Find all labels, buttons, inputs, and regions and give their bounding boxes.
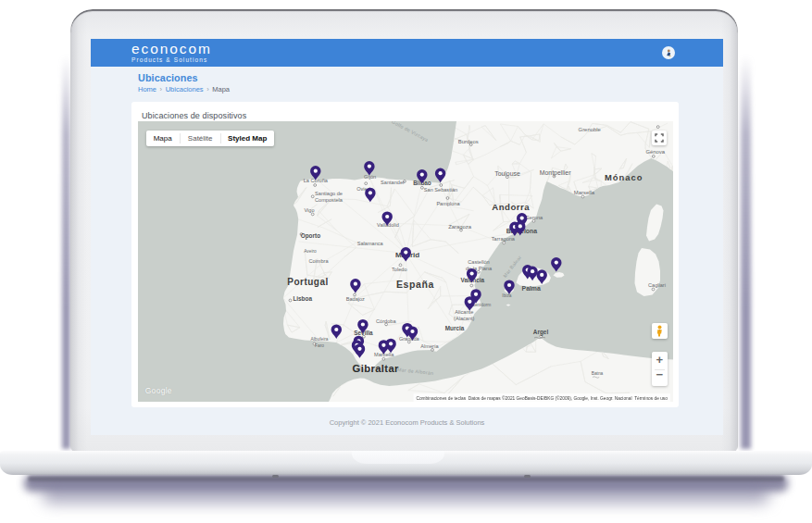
svg-text:Benidorm: Benidorm bbox=[471, 304, 491, 308]
svg-text:Andorra: Andorra bbox=[492, 202, 530, 212]
svg-text:Palma: Palma bbox=[521, 285, 540, 292]
svg-text:Cagliari: Cagliari bbox=[648, 282, 666, 288]
svg-text:Pamplona: Pamplona bbox=[436, 201, 460, 206]
svg-text:Castellón: Castellón bbox=[468, 259, 489, 265]
svg-text:Faro: Faro bbox=[315, 343, 324, 348]
svg-text:Coimbra: Coimbra bbox=[308, 258, 329, 264]
svg-text:Batna: Batna bbox=[591, 371, 603, 376]
svg-text:Aveiro: Aveiro bbox=[304, 249, 317, 254]
svg-text:Montpellier: Montpellier bbox=[539, 169, 570, 177]
svg-text:Gibraltar: Gibraltar bbox=[352, 363, 398, 374]
svg-text:Oporto: Oporto bbox=[300, 232, 319, 240]
svg-text:Murcia: Murcia bbox=[444, 326, 464, 332]
svg-text:Gerona: Gerona bbox=[525, 216, 543, 221]
svg-text:Tarragona: Tarragona bbox=[491, 236, 515, 242]
svg-text:Burdeos: Burdeos bbox=[457, 139, 478, 144]
svg-text:Almería: Almería bbox=[420, 344, 439, 350]
svg-text:Badajoz: Badajoz bbox=[345, 297, 364, 303]
svg-text:Zaragoza: Zaragoza bbox=[448, 224, 472, 230]
svg-text:Grenoble: Grenoble bbox=[578, 127, 601, 132]
svg-text:(Alacant): (Alacant) bbox=[454, 316, 475, 321]
svg-text:Córdoba: Córdoba bbox=[376, 318, 396, 324]
svg-text:Gijón: Gijón bbox=[364, 174, 376, 180]
svg-text:Salamanca: Salamanca bbox=[356, 241, 383, 246]
svg-text:Portugal: Portugal bbox=[287, 277, 329, 287]
svg-text:Granada: Granada bbox=[399, 336, 420, 342]
svg-text:Lisboa: Lisboa bbox=[293, 295, 312, 302]
svg-text:Vigo: Vigo bbox=[304, 207, 314, 213]
svg-text:Santiago de: Santiago de bbox=[315, 191, 343, 196]
svg-text:Ibiza: Ibiza bbox=[502, 294, 511, 299]
svg-text:Compostela: Compostela bbox=[315, 197, 344, 203]
svg-text:Marsella: Marsella bbox=[574, 190, 595, 195]
svg-text:Toulouse: Toulouse bbox=[494, 170, 520, 177]
svg-text:San Sebastián: San Sebastián bbox=[423, 187, 456, 193]
svg-text:Mónaco: Mónaco bbox=[605, 172, 643, 182]
svg-text:Argel: Argel bbox=[533, 329, 549, 336]
svg-text:Toledo: Toledo bbox=[392, 267, 406, 272]
svg-text:Santander: Santander bbox=[381, 180, 405, 185]
svg-text:España: España bbox=[396, 279, 434, 290]
svg-text:Génova: Génova bbox=[645, 149, 665, 155]
svg-text:Alicante: Alicante bbox=[455, 309, 473, 315]
svg-text:Albufeira: Albufeira bbox=[310, 337, 328, 342]
